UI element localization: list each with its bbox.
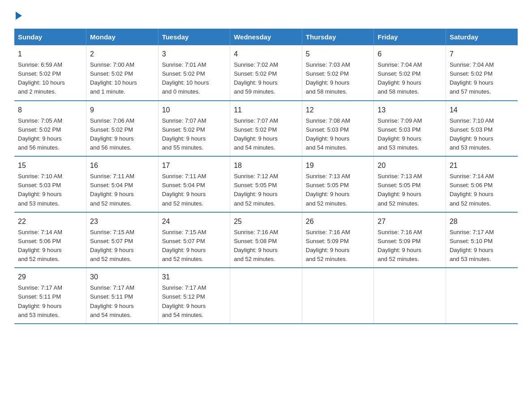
day-number: 20	[378, 160, 442, 171]
day-info: Sunrise: 7:16 AMSunset: 5:09 PMDaylight:…	[378, 228, 442, 264]
calendar-cell: 11Sunrise: 7:07 AMSunset: 5:02 PMDayligh…	[230, 101, 302, 157]
day-info: Sunrise: 7:08 AMSunset: 5:03 PMDaylight:…	[306, 116, 370, 153]
column-header-sunday: Sunday	[14, 29, 86, 45]
calendar-cell: 16Sunrise: 7:11 AMSunset: 5:04 PMDayligh…	[86, 156, 159, 212]
day-number: 15	[18, 160, 82, 171]
logo	[14, 11, 22, 20]
day-number: 12	[306, 105, 370, 116]
day-info: Sunrise: 7:17 AMSunset: 5:11 PMDaylight:…	[18, 283, 82, 320]
day-number: 1	[18, 49, 82, 60]
column-header-saturday: Saturday	[446, 29, 518, 45]
column-header-monday: Monday	[86, 29, 159, 45]
day-number: 25	[234, 216, 298, 227]
day-number: 26	[306, 216, 370, 227]
day-info: Sunrise: 7:04 AMSunset: 5:02 PMDaylight:…	[450, 60, 514, 97]
day-number: 27	[378, 216, 442, 227]
day-number: 2	[90, 49, 154, 60]
day-number: 28	[450, 216, 514, 227]
calendar-cell	[302, 268, 374, 324]
day-number: 8	[18, 105, 82, 116]
day-info: Sunrise: 7:03 AMSunset: 5:02 PMDaylight:…	[306, 60, 370, 97]
day-number: 14	[450, 105, 514, 116]
calendar-week-row: 22Sunrise: 7:14 AMSunset: 5:06 PMDayligh…	[14, 212, 518, 268]
day-info: Sunrise: 7:13 AMSunset: 5:05 PMDaylight:…	[378, 172, 442, 208]
day-number: 3	[162, 49, 227, 60]
calendar-cell: 22Sunrise: 7:14 AMSunset: 5:06 PMDayligh…	[14, 212, 86, 268]
logo-triangle-icon	[16, 12, 22, 20]
calendar-cell: 27Sunrise: 7:16 AMSunset: 5:09 PMDayligh…	[374, 212, 446, 268]
calendar-cell: 2Sunrise: 7:00 AMSunset: 5:02 PMDaylight…	[86, 45, 159, 101]
calendar-cell: 8Sunrise: 7:05 AMSunset: 5:02 PMDaylight…	[14, 101, 86, 157]
calendar-cell: 15Sunrise: 7:10 AMSunset: 5:03 PMDayligh…	[14, 156, 86, 212]
day-info: Sunrise: 7:07 AMSunset: 5:02 PMDaylight:…	[234, 116, 298, 153]
calendar-cell: 23Sunrise: 7:15 AMSunset: 5:07 PMDayligh…	[86, 212, 159, 268]
calendar-cell: 20Sunrise: 7:13 AMSunset: 5:05 PMDayligh…	[374, 156, 446, 212]
day-info: Sunrise: 7:09 AMSunset: 5:03 PMDaylight:…	[378, 116, 442, 153]
column-header-wednesday: Wednesday	[230, 29, 302, 45]
calendar-cell: 13Sunrise: 7:09 AMSunset: 5:03 PMDayligh…	[374, 101, 446, 157]
day-number: 18	[234, 160, 298, 171]
calendar-cell: 19Sunrise: 7:13 AMSunset: 5:05 PMDayligh…	[302, 156, 374, 212]
day-number: 4	[234, 49, 298, 60]
calendar-cell: 29Sunrise: 7:17 AMSunset: 5:11 PMDayligh…	[14, 268, 86, 324]
day-number: 24	[162, 216, 227, 227]
day-info: Sunrise: 7:02 AMSunset: 5:02 PMDaylight:…	[234, 60, 298, 97]
day-info: Sunrise: 7:17 AMSunset: 5:12 PMDaylight:…	[162, 283, 227, 320]
day-number: 6	[378, 49, 442, 60]
calendar-cell: 31Sunrise: 7:17 AMSunset: 5:12 PMDayligh…	[158, 268, 230, 324]
day-info: Sunrise: 7:14 AMSunset: 5:06 PMDaylight:…	[18, 228, 82, 264]
day-number: 16	[90, 160, 154, 171]
calendar-cell: 1Sunrise: 6:59 AMSunset: 5:02 PMDaylight…	[14, 45, 86, 101]
logo-general	[14, 11, 22, 20]
calendar-cell: 10Sunrise: 7:07 AMSunset: 5:02 PMDayligh…	[158, 101, 230, 157]
day-info: Sunrise: 7:10 AMSunset: 5:03 PMDaylight:…	[18, 172, 82, 208]
calendar-cell: 24Sunrise: 7:15 AMSunset: 5:07 PMDayligh…	[158, 212, 230, 268]
day-number: 30	[90, 272, 154, 283]
day-info: Sunrise: 7:00 AMSunset: 5:02 PMDaylight:…	[90, 60, 154, 97]
calendar-cell: 26Sunrise: 7:16 AMSunset: 5:09 PMDayligh…	[302, 212, 374, 268]
day-number: 22	[18, 216, 82, 227]
column-header-tuesday: Tuesday	[158, 29, 230, 45]
calendar-week-row: 1Sunrise: 6:59 AMSunset: 5:02 PMDaylight…	[14, 45, 518, 101]
day-number: 21	[450, 160, 514, 171]
calendar-cell: 12Sunrise: 7:08 AMSunset: 5:03 PMDayligh…	[302, 101, 374, 157]
calendar-cell: 21Sunrise: 7:14 AMSunset: 5:06 PMDayligh…	[446, 156, 518, 212]
calendar-cell	[374, 268, 446, 324]
calendar-cell: 14Sunrise: 7:10 AMSunset: 5:03 PMDayligh…	[446, 101, 518, 157]
day-info: Sunrise: 7:14 AMSunset: 5:06 PMDaylight:…	[450, 172, 514, 208]
day-info: Sunrise: 7:10 AMSunset: 5:03 PMDaylight:…	[450, 116, 514, 153]
column-header-thursday: Thursday	[302, 29, 374, 45]
calendar-cell: 30Sunrise: 7:17 AMSunset: 5:11 PMDayligh…	[86, 268, 159, 324]
day-info: Sunrise: 7:13 AMSunset: 5:05 PMDaylight:…	[306, 172, 370, 208]
day-number: 7	[450, 49, 514, 60]
day-number: 23	[90, 216, 154, 227]
calendar-cell: 6Sunrise: 7:04 AMSunset: 5:02 PMDaylight…	[374, 45, 446, 101]
day-number: 9	[90, 105, 154, 116]
calendar-cell: 5Sunrise: 7:03 AMSunset: 5:02 PMDaylight…	[302, 45, 374, 101]
day-number: 5	[306, 49, 370, 60]
day-number: 31	[162, 272, 227, 283]
calendar-cell: 3Sunrise: 7:01 AMSunset: 5:02 PMDaylight…	[158, 45, 230, 101]
calendar-cell: 9Sunrise: 7:06 AMSunset: 5:02 PMDaylight…	[86, 101, 159, 157]
day-info: Sunrise: 7:05 AMSunset: 5:02 PMDaylight:…	[18, 116, 82, 153]
day-info: Sunrise: 7:06 AMSunset: 5:02 PMDaylight:…	[90, 116, 154, 153]
calendar-week-row: 8Sunrise: 7:05 AMSunset: 5:02 PMDaylight…	[14, 101, 518, 157]
day-number: 17	[162, 160, 227, 171]
day-number: 10	[162, 105, 227, 116]
day-number: 19	[306, 160, 370, 171]
column-header-friday: Friday	[374, 29, 446, 45]
calendar-cell: 17Sunrise: 7:11 AMSunset: 5:04 PMDayligh…	[158, 156, 230, 212]
day-info: Sunrise: 7:12 AMSunset: 5:05 PMDaylight:…	[234, 172, 298, 208]
calendar-cell	[230, 268, 302, 324]
calendar-cell: 4Sunrise: 7:02 AMSunset: 5:02 PMDaylight…	[230, 45, 302, 101]
day-info: Sunrise: 7:04 AMSunset: 5:02 PMDaylight:…	[378, 60, 442, 97]
day-info: Sunrise: 7:16 AMSunset: 5:08 PMDaylight:…	[234, 228, 298, 264]
calendar-cell: 28Sunrise: 7:17 AMSunset: 5:10 PMDayligh…	[446, 212, 518, 268]
day-number: 13	[378, 105, 442, 116]
calendar-cell: 18Sunrise: 7:12 AMSunset: 5:05 PMDayligh…	[230, 156, 302, 212]
calendar-table: SundayMondayTuesdayWednesdayThursdayFrid…	[14, 29, 518, 324]
page-header	[14, 11, 518, 20]
calendar-cell	[446, 268, 518, 324]
day-info: Sunrise: 7:15 AMSunset: 5:07 PMDaylight:…	[162, 228, 227, 264]
calendar-cell: 7Sunrise: 7:04 AMSunset: 5:02 PMDaylight…	[446, 45, 518, 101]
